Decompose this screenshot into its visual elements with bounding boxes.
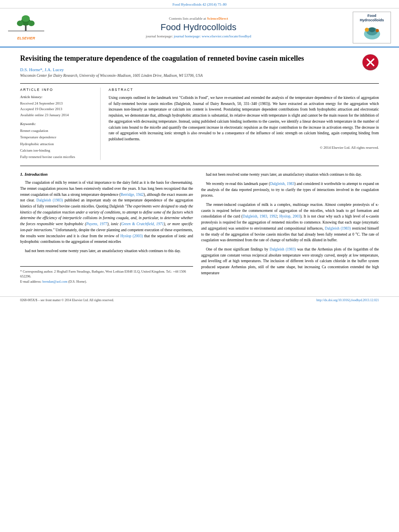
intro-body-right: had not been resolved some twenty years …: [201, 172, 379, 276]
svg-point-3: [17, 21, 23, 26]
journal-citation-bar: Food Hydrocolloids 42 (2014) 75–80: [0, 0, 399, 8]
article-title: Revisiting the temperature dependence of…: [20, 54, 379, 63]
keywords-label: Keywords:: [20, 122, 95, 126]
ref-dalgleish-1983-d[interactable]: Dalgleish (1983): [269, 247, 296, 251]
section-number: 1.: [20, 172, 23, 177]
email-link[interactable]: brendan@aol.com: [42, 279, 67, 283]
intro-right-para-4: One of the most significant findings by …: [201, 246, 379, 276]
crossmark-icon[interactable]: CrossMark: [362, 54, 379, 71]
available-date: Available online 23 January 2014: [20, 112, 95, 118]
ref-hyslop[interactable]: Hyslop (2003): [120, 234, 143, 238]
article-info-panel: ARTICLE INFO Article history: Received 2…: [20, 88, 101, 160]
abstract-text: Using concepts outlined in the landmark …: [109, 95, 379, 142]
citation-text: Food Hydrocolloids 42 (2014) 75–80: [173, 2, 227, 6]
elsevier-label: ELSEVIER: [17, 36, 35, 40]
logo-hydrocolloids: Hydrocolloids: [360, 18, 384, 22]
footnote-email: E-mail address: brendan@aol.com (D.S. Ho…: [20, 279, 193, 284]
affiliation-line: Wisconsin Center for Dairy Research, Uni…: [20, 74, 379, 78]
svg-point-10: [376, 29, 379, 32]
ref-berridge[interactable]: Berridge, 1942: [121, 193, 144, 197]
ref-green[interactable]: Green & Crutchfield, 1971: [121, 222, 164, 226]
svg-point-8: [369, 27, 375, 32]
content-area: Revisiting the temperature dependence of…: [0, 47, 399, 296]
food-hydrocolloids-logo: Food Hydrocolloids: [353, 12, 391, 43]
keyword-5: Fully-renneted bovine casein micelles: [20, 154, 95, 160]
received-date: Received 24 September 2013: [20, 101, 95, 106]
journal-title-main: Food Hydrocolloids: [44, 22, 353, 33]
elsevier-tree-icon: [8, 14, 44, 37]
article-history-label: Article history:: [20, 95, 95, 99]
authors-line: D.S. Horne*, J.A. Lucey: [20, 67, 379, 72]
introduction-section: 1. Introduction The coagulation of milk …: [20, 172, 379, 288]
ref-dalgleish-1983-c[interactable]: Dalgleish (1983): [325, 226, 351, 230]
keyword-3: Hydrophobic attraction: [20, 141, 95, 147]
article-info-heading: ARTICLE INFO: [20, 88, 95, 92]
svg-text:CrossMark: CrossMark: [366, 67, 376, 70]
doi-link[interactable]: http://dx.doi.org/10.1016/j.foodhyd.2013…: [317, 298, 379, 302]
homepage-link[interactable]: journal homepage: www.elsevier.com/locat…: [174, 34, 251, 38]
keyword-1: Rennet coagulation: [20, 127, 95, 134]
svg-point-9: [365, 28, 369, 32]
section-divider: [20, 166, 379, 166]
intro-right-para-3: The rennet-induced coagulation of milk i…: [201, 202, 379, 243]
keyword-2: Temperature dependence: [20, 134, 95, 140]
issn-text: 0268-005X/$ – see front matter © 2014 El…: [20, 298, 114, 302]
intro-right-para-2: We recently re-read this landmark paper …: [201, 181, 379, 199]
copyright-line: © 2014 Elsevier Ltd. All rights reserved…: [109, 146, 379, 150]
ref-dalgleish-1983-b[interactable]: Dalgleish, 1983: [270, 182, 294, 186]
footnote-area: * Corresponding author. 2 Hoghall Farm S…: [20, 266, 193, 284]
ref-dalgleish-1992[interactable]: Dalgleish, 1983, 1992: [243, 214, 277, 218]
svg-point-5: [22, 15, 30, 22]
abstract-panel: ABSTRACT Using concepts outlined in the …: [109, 88, 379, 160]
ref-payens[interactable]: Payens, 1977: [86, 222, 107, 226]
intro-para-1: The coagulation of milk by rennet is of …: [20, 180, 193, 245]
elsevier-logo-area: ELSEVIER: [8, 14, 44, 40]
journal-homepage: journal homepage: journal homepage: www.…: [44, 34, 353, 38]
sciencedirect-text: Contents lists available at ScienceDirec…: [44, 16, 353, 21]
svg-point-4: [28, 21, 35, 26]
journal-header: ELSEVIER Contents lists available at Sci…: [0, 8, 399, 47]
section-title-text: Introduction: [25, 172, 47, 177]
food-hydro-graphic-icon: [358, 23, 386, 41]
keywords-list: Rennet coagulation Temperature dependenc…: [20, 127, 95, 160]
accepted-date: Accepted 19 December 2013: [20, 106, 95, 112]
author-names: D.S. Horne*, J.A. Lucey: [20, 67, 64, 72]
intro-para-2: had not been resolved some twenty years …: [20, 248, 193, 254]
intro-right-para-1: had not been resolved some twenty years …: [201, 172, 379, 178]
ref-hyslop-2003[interactable]: Hyslop, 2003: [279, 214, 300, 218]
logo-food: Food: [368, 14, 376, 18]
intro-body-left: The coagulation of milk by rennet is of …: [20, 180, 193, 254]
intro-right-column: had not been resolved some twenty years …: [201, 172, 379, 284]
ref-dalgleish-1983-a[interactable]: Dalgleish (1983): [37, 198, 63, 202]
keyword-4: Calcium ion-binding: [20, 147, 95, 154]
abstract-heading: ABSTRACT: [109, 88, 379, 92]
intro-left-column: 1. Introduction The coagulation of milk …: [20, 172, 193, 284]
intro-section-title: 1. Introduction: [20, 172, 193, 177]
journal-header-center: Contents lists available at ScienceDirec…: [44, 16, 353, 38]
footnote-corresponding: * Corresponding author. 2 Hoghall Farm S…: [20, 269, 193, 279]
journal-bottom-bar: 0268-005X/$ – see front matter © 2014 El…: [0, 296, 399, 304]
